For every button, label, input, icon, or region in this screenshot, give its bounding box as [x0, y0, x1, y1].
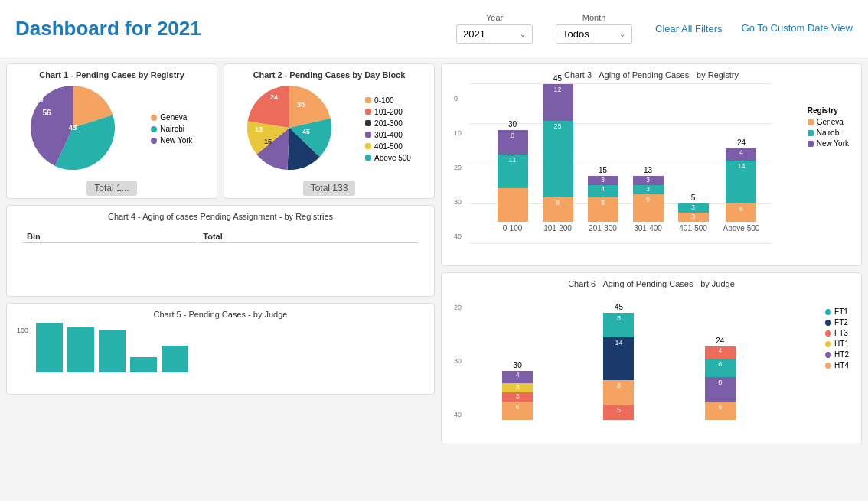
month-filter-group: Month Todos ⌄: [556, 13, 632, 44]
chart6-seg-ht2-0100: 4: [502, 371, 533, 383]
chart3-legend-nairobi: Nairobi: [808, 129, 849, 137]
chart6-seg-ht2-above500: 8: [705, 377, 736, 402]
chart4-title: Chart 4 - Aging of cases Pending Assignm…: [13, 212, 428, 221]
chart1-dot-geneva: [151, 115, 157, 121]
chart6-seg-ft2-101200: 14: [603, 337, 634, 380]
top-left-charts: Chart 1 - Pending Cases by Registry 43: [6, 63, 435, 199]
chart3-seg-geneva-above500: 6: [726, 203, 756, 222]
chart3-seg-nairobi-401500: 3: [678, 203, 709, 213]
chart6-stack-0100: 6 3 3 4: [502, 371, 533, 420]
chart3-seg-newyork-201300: 3: [588, 176, 618, 185]
chart5-bar-4: [130, 357, 157, 372]
chart3-dot-nairobi: [808, 130, 814, 136]
chart6-area-wrapper: 40 30 20 30 6 3: [448, 292, 855, 438]
chart1-pie: 43 56 34: [31, 86, 115, 173]
chart3-seg-geneva-101200: 8: [543, 197, 573, 222]
svg-text:43: 43: [69, 122, 78, 131]
chart6-bar-0100: 30 6 3 3 4: [502, 361, 533, 422]
chart6-dot-ht4: [825, 363, 831, 369]
chart6-card: Chart 6 - Aging of Pending Cases - by Ju…: [441, 272, 862, 444]
year-filter-group: Year 2021 ⌄: [456, 13, 533, 44]
chart6-seg-ft3-above500: 4: [705, 346, 736, 359]
chart6-seg-ft1-101200: 8: [603, 313, 634, 337]
chart2-dot-301400: [365, 132, 371, 138]
goto-custom-date-button[interactable]: Go To Custom Date View: [742, 22, 853, 35]
chart3-dot-geneva: [808, 119, 814, 125]
chart2-label-13: 13: [255, 125, 263, 133]
month-chevron-icon: ⌄: [619, 30, 625, 38]
chart1-total-badge: Total 1...: [86, 181, 136, 196]
chart2-legend-201300: 201-300: [365, 119, 411, 128]
chart3-seg-geneva-401500: 3: [678, 213, 709, 222]
chart4-card: Chart 4 - Aging of cases Pending Assignm…: [6, 205, 435, 297]
chart2-total-area: Total 133: [230, 177, 428, 196]
chart6-dot-ft2: [825, 320, 831, 326]
chart3-bar-401500: 5 3 3 401-500: [678, 194, 709, 233]
chart3-seg-newyork-above500: 4: [726, 148, 756, 161]
top-bar: Dashboard for 2021 Year 2021 ⌄ Month Tod…: [0, 0, 868, 57]
dashboard-title: Dashboard for 2021: [15, 17, 201, 41]
chart5-card: Chart 5 - Pending Cases - by Judge 100: [6, 303, 435, 395]
chart1-label-nairobi: 56: [42, 109, 51, 117]
chart2-legend-above500: Above 500: [365, 154, 411, 162]
chart6-seg-ft3-0100: 3: [502, 392, 533, 402]
chart6-dot-ft3: [825, 330, 831, 337]
month-value: Todos: [563, 28, 589, 40]
chart2-dot-201300: [365, 120, 371, 126]
chart3-legend: Registry Geneva Nairobi New York: [808, 106, 849, 150]
chart6-seg-ht1-0100: 3: [502, 383, 533, 392]
chart6-legend: FT1 FT2 FT3 HT1: [825, 307, 849, 372]
chart1-title: Chart 1 - Pending Cases by Registry: [13, 70, 210, 80]
clear-filters-button[interactable]: Clear All Filters: [655, 23, 722, 34]
chart4-col-total: Total: [198, 230, 419, 243]
chart1-legend-geneva: Geneva: [151, 113, 192, 122]
chart3-seg-newyork-101200: 12: [543, 84, 573, 121]
chart6-legend-ft1: FT1: [825, 307, 849, 316]
chart6-legend-ft3: FT3: [825, 329, 849, 337]
chart3-stack-101200: 8 25 12: [543, 84, 573, 222]
chart1-card: Chart 1 - Pending Cases by Registry 43: [6, 63, 217, 199]
chart2-pie: 45 30 24 13 15: [247, 86, 331, 173]
chart3-bar-0100: 30 11 8 0-100: [498, 120, 528, 233]
chart6-stack-above500: 6 8 6 4: [705, 346, 736, 420]
chart2-legend-101200: 101-200: [365, 108, 411, 116]
chart3-bar-201300: 15 8 4 3 201-300: [588, 166, 618, 233]
chart3-card: Chart 3 - Aging of Pending Cases - by Re…: [441, 63, 862, 266]
chart2-label-45: 45: [302, 128, 310, 135]
chart6-y-axis: 40 30 20: [454, 304, 462, 418]
chart2-legend-301400: 301-400: [365, 131, 411, 139]
chart3-bar-area: 30 11 8 0-100: [467, 83, 775, 252]
chart6-bar-above500: 24 6 8 6 4: [705, 337, 736, 422]
chart3-seg-geneva-301400: 9: [633, 194, 664, 222]
chart6-seg-ht4-101200: 8: [603, 380, 634, 405]
month-dropdown[interactable]: Todos ⌄: [556, 24, 632, 44]
chart3-seg-newyork-0100: 8: [498, 130, 528, 155]
chart2-dot-0100: [365, 97, 371, 103]
chart1-label-newyork: 34: [34, 95, 43, 103]
chart2-label-30: 30: [297, 101, 305, 109]
chart3-seg-nairobi-101200: 25: [543, 121, 573, 197]
chart3-y-axis: 40 30 20 10 0: [454, 95, 462, 240]
chart3-stack-301400: 9 3 3: [633, 176, 664, 222]
chart3-bar-101200: 45 8 25 12 101-200: [543, 74, 573, 233]
chart2-dot-above500: [365, 155, 371, 161]
year-dropdown[interactable]: 2021 ⌄: [456, 24, 533, 44]
chart3-dot-newyork: [808, 141, 814, 147]
chart5-title: Chart 5 - Pending Cases - by Judge: [13, 310, 428, 319]
chart4-col-bin: Bin: [22, 230, 197, 243]
chart1-legend-newyork: New York: [151, 136, 192, 145]
chart3-seg-nairobi-301400: 3: [633, 185, 664, 194]
chart6-legend-ft2: FT2: [825, 318, 849, 327]
chart6-seg-ht4-0100: 6: [502, 402, 533, 420]
chart6-title: Chart 6 - Aging of Pending Cases - by Ju…: [448, 279, 855, 288]
chart2-pie-container: 45 30 24 13 15 0-100 101-200: [230, 83, 428, 174]
chart2-total-badge: Total 133: [303, 181, 356, 196]
chart3-seg-nairobi-201300: 4: [588, 185, 618, 197]
year-filter-label: Year: [486, 13, 503, 22]
chart3-legend-title: Registry: [808, 106, 849, 115]
chart2-label-15: 15: [264, 138, 272, 145]
month-filter-label: Month: [582, 13, 606, 22]
chart5-area-wrapper: 100: [13, 323, 428, 388]
chart6-legend-ht4: HT4: [825, 361, 849, 369]
chart1-dot-newyork: [151, 138, 157, 144]
